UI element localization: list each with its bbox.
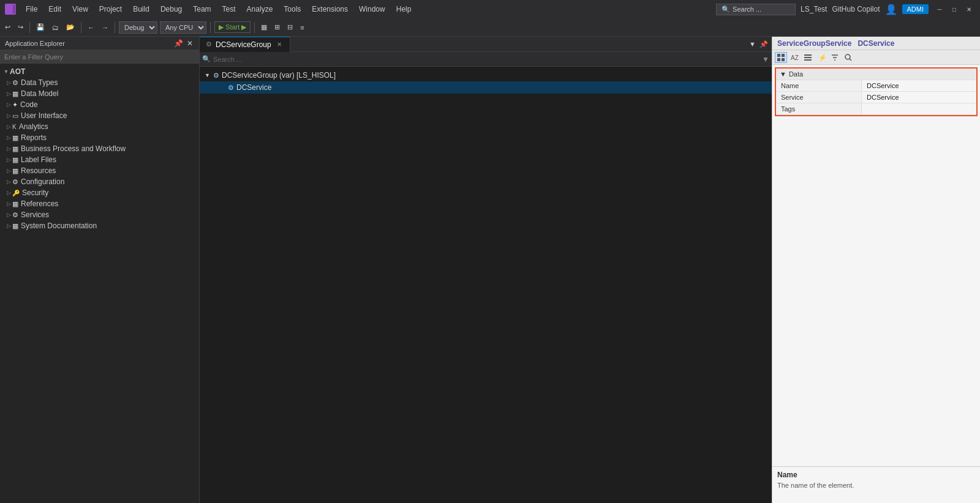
menu-help[interactable]: Help	[391, 2, 417, 16]
data-model-expander[interactable]: ▷	[5, 91, 12, 97]
bpw-label: Business Process and Workflow	[21, 144, 126, 153]
label-files-label: Label Files	[21, 155, 56, 164]
code-expander[interactable]: ▷	[5, 102, 12, 108]
data-types-expander[interactable]: ▷	[5, 80, 12, 86]
start-button[interactable]: ▶ Start ▶	[214, 21, 251, 33]
ct-child-dcservice[interactable]: ⚙ DCService	[200, 81, 772, 94]
ct-root-dcservicegroup[interactable]: ▼ ⚙ DCServiceGroup (var) [LS_HISOL]	[200, 69, 772, 81]
menu-test[interactable]: Test	[217, 2, 241, 16]
configuration-expander[interactable]: ▷	[5, 179, 12, 185]
panel-close-button[interactable]: ✕	[186, 39, 194, 48]
content-tree: ▼ ⚙ DCServiceGroup (var) [LS_HISOL] ⚙ DC…	[200, 67, 772, 503]
ct-root-label: DCServiceGroup (var) [LS_HISOL]	[222, 71, 336, 80]
tree-item-services[interactable]: ▷ ⚙ Services	[0, 209, 199, 220]
props-search-button[interactable]	[842, 52, 854, 63]
save-button[interactable]: 💾	[34, 22, 47, 32]
aot-expander[interactable]: ▼	[2, 69, 10, 75]
services-expander[interactable]: ▷	[5, 212, 12, 218]
tree-item-references[interactable]: ▷ ▦ References	[0, 198, 199, 209]
props-tags-value[interactable]	[862, 103, 976, 114]
security-expander[interactable]: ▷	[5, 190, 12, 196]
props-categorized-button[interactable]	[775, 52, 787, 63]
tree-root-aot[interactable]: ▼ AOT	[0, 66, 199, 77]
props-title: ServiceGroupService DCService	[777, 39, 894, 48]
toolbar-extra-3[interactable]: ⊟	[285, 22, 295, 32]
tree-item-system-documentation[interactable]: ▷ ▦ System Documentation	[0, 220, 199, 231]
filter-input[interactable]	[0, 50, 199, 64]
toolbar-extra-4[interactable]: ≡	[298, 23, 306, 32]
panel-header-buttons: 📌 ✕	[173, 39, 194, 48]
tree-item-configuration[interactable]: ▷ ⚙ Configuration	[0, 176, 199, 187]
back-button[interactable]: ←	[85, 23, 97, 32]
tree-item-reports[interactable]: ▷ ▦ Reports	[0, 132, 199, 143]
props-alphabetical-button[interactable]: AZ	[788, 52, 801, 63]
props-events-button[interactable]: ⚡	[815, 52, 827, 63]
app-explorer-header: Application Explorer 📌 ✕	[0, 37, 199, 50]
menu-view[interactable]: View	[67, 2, 93, 16]
ct-root-expander[interactable]: ▼	[205, 72, 213, 78]
tree-item-user-interface[interactable]: ▷ ▭ User Interface	[0, 110, 199, 121]
references-icon: ▦	[12, 200, 18, 208]
redo-button[interactable]: ↪	[15, 22, 26, 32]
svg-text:AZ: AZ	[791, 54, 799, 61]
menu-build[interactable]: Build	[128, 2, 154, 16]
tree-item-bpw[interactable]: ▷ ▦ Business Process and Workflow	[0, 143, 199, 154]
open-button[interactable]: 📂	[64, 22, 77, 32]
tree-item-code[interactable]: ▷ ✦ Code	[0, 99, 199, 110]
menu-edit[interactable]: Edit	[43, 2, 66, 16]
tab-dcservicegroup-close[interactable]: ✕	[275, 40, 284, 49]
toolbar-extra-2[interactable]: ⊞	[272, 22, 282, 32]
minimize-button[interactable]: ─	[933, 3, 946, 15]
menu-window[interactable]: Window	[354, 2, 390, 16]
close-button[interactable]: ✕	[963, 3, 975, 15]
tree-item-security[interactable]: ▷ 🔑 Security	[0, 187, 199, 198]
content-search-expand[interactable]: ▼	[762, 55, 769, 64]
svg-rect-5	[782, 58, 785, 61]
menu-project[interactable]: Project	[94, 2, 127, 16]
props-group-expander[interactable]: ▼	[780, 70, 786, 78]
tree-item-label-files[interactable]: ▷ ▦ Label Files	[0, 154, 199, 165]
forward-button[interactable]: →	[99, 23, 111, 32]
tab-dropdown-button[interactable]: ▼	[748, 39, 757, 50]
menu-tools[interactable]: Tools	[279, 2, 306, 16]
save-all-button[interactable]: 🗂	[50, 23, 61, 32]
debug-mode-dropdown[interactable]: Debug	[119, 21, 157, 34]
label-files-expander[interactable]: ▷	[5, 157, 12, 163]
props-filter-button[interactable]	[829, 52, 841, 63]
props-footer-description: The name of the element.	[777, 482, 975, 489]
maximize-button[interactable]: □	[948, 3, 960, 15]
resources-expander[interactable]: ▷	[5, 168, 12, 174]
github-copilot[interactable]: GitHub Copilot	[832, 5, 880, 13]
tree-item-data-model[interactable]: ▷ ▦ Data Model	[0, 88, 199, 99]
props-name-value[interactable]: DCService	[862, 80, 976, 91]
code-icon: ✦	[12, 101, 18, 109]
ui-expander[interactable]: ▷	[5, 113, 12, 119]
tree-item-resources[interactable]: ▷ ▦ Resources	[0, 165, 199, 176]
tab-dcservicegroup[interactable]: ⚙ DCServiceGroup ✕	[200, 37, 290, 52]
reports-expander[interactable]: ▷	[5, 135, 12, 141]
system-doc-expander[interactable]: ▷	[5, 223, 12, 229]
properties-panel: ServiceGroupService DCService AZ ⚡	[772, 37, 980, 503]
undo-button[interactable]: ↩	[2, 22, 13, 32]
menu-team[interactable]: Team	[188, 2, 216, 16]
platform-dropdown[interactable]: Any CPU	[160, 21, 206, 34]
menu-extensions[interactable]: Extensions	[307, 2, 353, 16]
tree-item-data-types[interactable]: ▷ ⚙ Data Types	[0, 77, 199, 88]
analytics-expander[interactable]: ▷	[5, 124, 12, 130]
data-model-icon: ▦	[12, 90, 18, 98]
toolbar-extra-1[interactable]: ▦	[258, 22, 270, 32]
global-search[interactable]: 🔍 Search ...	[716, 4, 796, 15]
menu-file[interactable]: File	[21, 2, 42, 16]
content-search-input[interactable]	[211, 56, 762, 63]
tree-item-analytics[interactable]: ▷ K Analytics	[0, 121, 199, 132]
bpw-expander[interactable]: ▷	[5, 146, 12, 152]
props-service-value[interactable]: DCService	[862, 92, 976, 103]
content-search-bar: 🔍 ▼	[200, 52, 772, 67]
menu-debug[interactable]: Debug	[156, 2, 187, 16]
props-properties-button[interactable]	[802, 52, 814, 63]
references-expander[interactable]: ▷	[5, 201, 12, 207]
menu-analyze[interactable]: Analyze	[242, 2, 278, 16]
panel-pin-button[interactable]: 📌	[173, 39, 184, 48]
tab-pin-button[interactable]: 📌	[758, 39, 769, 50]
toolbar-separator-2	[81, 22, 81, 33]
